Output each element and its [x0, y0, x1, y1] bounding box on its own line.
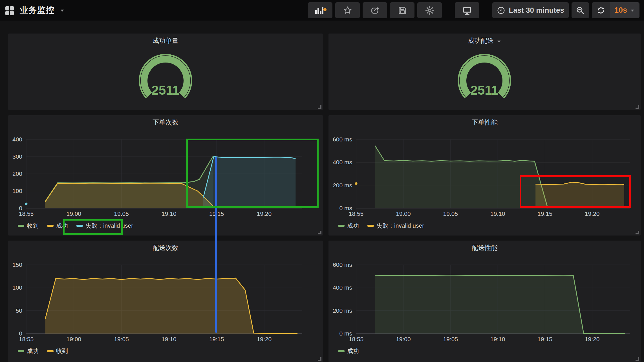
legend-swatch: [338, 225, 345, 227]
svg-text:0 ms: 0 ms: [339, 205, 352, 211]
panel-resize-handle[interactable]: [634, 356, 639, 361]
svg-text:400 ms: 400 ms: [333, 284, 352, 291]
svg-text:19:20: 19:20: [257, 210, 272, 217]
gauge-value: 2511: [151, 83, 180, 97]
chart-order-performance[interactable]: 18:5519:0019:0519:1019:1519:200 ms200 ms…: [328, 115, 641, 236]
save-button[interactable]: [390, 2, 414, 18]
star-button[interactable]: [335, 2, 360, 18]
zoom-out-icon: [576, 6, 585, 15]
save-icon: [398, 6, 407, 15]
panel-title-text: 配送次数: [153, 244, 178, 251]
svg-text:19:15: 19:15: [537, 210, 552, 217]
panel-success-delivery: 成功配送 2511: [328, 34, 641, 110]
svg-text:600 ms: 600 ms: [333, 261, 352, 268]
add-panel-icon: [314, 6, 327, 15]
legend-item[interactable]: 收到: [47, 347, 68, 355]
svg-text:19:10: 19:10: [490, 336, 505, 342]
legend-label: 成功: [347, 347, 359, 355]
share-button[interactable]: [363, 2, 387, 18]
panel-title-caret-icon: [497, 40, 501, 43]
dashboard-title-caret-icon[interactable]: [60, 9, 65, 12]
panel-title[interactable]: 配送性能: [328, 243, 641, 252]
share-icon: [370, 6, 380, 15]
refresh-group: 10s: [592, 2, 639, 18]
time-range-button[interactable]: Last 30 minutes: [492, 2, 569, 18]
svg-text:19:05: 19:05: [114, 336, 129, 342]
legend-item[interactable]: 成功: [338, 347, 359, 355]
clock-icon: [497, 6, 505, 15]
apps-grid-icon[interactable]: [5, 5, 15, 15]
svg-text:50: 50: [16, 307, 22, 314]
legend-label: 收到: [56, 347, 68, 355]
dashboard-title[interactable]: 业务监控: [20, 5, 55, 16]
chart-delivery-performance[interactable]: 18:5519:0019:0519:1019:1519:200 ms200 ms…: [328, 241, 641, 362]
svg-text:19:15: 19:15: [209, 210, 224, 217]
svg-text:18:55: 18:55: [349, 210, 364, 217]
svg-text:19:05: 19:05: [443, 336, 458, 342]
tv-mode-button[interactable]: [455, 2, 479, 18]
panel-success-orders: 成功单量 2511: [8, 34, 323, 110]
panel-resize-handle[interactable]: [317, 104, 322, 109]
svg-text:0 ms: 0 ms: [339, 330, 352, 337]
monitor-icon: [462, 6, 472, 15]
panel-resize-handle[interactable]: [634, 230, 639, 235]
navbar: 业务监控: [0, 0, 644, 21]
svg-text:0: 0: [19, 330, 22, 337]
panel-title[interactable]: 下单次数: [8, 118, 323, 127]
legend-item[interactable]: 成功: [18, 347, 39, 355]
svg-text:19:05: 19:05: [443, 210, 458, 217]
refresh-button[interactable]: [592, 2, 610, 18]
star-icon: [343, 6, 352, 15]
svg-text:19:20: 19:20: [585, 210, 600, 217]
legend-label: 失败：invalid user: [85, 222, 133, 230]
panel-resize-handle[interactable]: [317, 230, 322, 235]
gear-icon: [425, 5, 435, 15]
refresh-interval-button[interactable]: 10s: [610, 2, 639, 18]
legend-swatch: [47, 225, 54, 227]
svg-text:0: 0: [19, 205, 22, 211]
chart-delivery-count[interactable]: 18:5519:0019:0519:1019:1519:20050100150: [8, 241, 323, 362]
panel-order-performance: 18:5519:0019:0519:1019:1519:200 ms200 ms…: [328, 115, 641, 236]
legend-swatch: [18, 350, 24, 352]
svg-text:300: 300: [12, 153, 22, 160]
svg-text:19:00: 19:00: [67, 210, 81, 217]
svg-text:100: 100: [12, 188, 22, 194]
legend-item[interactable]: 成功: [47, 222, 68, 230]
svg-text:19:15: 19:15: [537, 336, 552, 342]
chart-legend: 成功收到: [18, 347, 68, 355]
add-panel-button[interactable]: [308, 2, 332, 18]
svg-text:19:20: 19:20: [585, 336, 600, 342]
svg-text:150: 150: [12, 261, 22, 268]
time-range-label: Last 30 minutes: [509, 6, 564, 15]
panel-title[interactable]: 配送次数: [8, 243, 323, 252]
chart-legend: 收到成功失败：invalid user: [18, 222, 133, 230]
gauge-success-delivery: 2511: [451, 54, 518, 113]
panel-delivery-count: 18:5519:0019:0519:1019:1519:20050100150 …: [8, 241, 323, 362]
svg-text:19:05: 19:05: [114, 210, 129, 217]
svg-text:18:55: 18:55: [19, 336, 34, 342]
gauge-success-orders: 2511: [132, 54, 199, 113]
gauge-value: 2511: [470, 83, 499, 97]
panel-title[interactable]: 成功单量: [8, 36, 323, 45]
legend-item[interactable]: 收到: [18, 222, 39, 230]
svg-text:200 ms: 200 ms: [333, 307, 352, 314]
legend-label: 成功: [347, 222, 359, 230]
refresh-interval-caret-icon: [630, 9, 635, 12]
legend-item[interactable]: 失败：invalid user: [367, 222, 424, 230]
settings-button[interactable]: [417, 2, 442, 18]
panel-resize-handle[interactable]: [317, 356, 322, 361]
panel-delivery-performance: 18:5519:0019:0519:1019:1519:200 ms200 ms…: [328, 241, 641, 362]
legend-item[interactable]: 失败：invalid user: [76, 222, 133, 230]
panel-title[interactable]: 下单性能: [328, 118, 641, 127]
legend-item[interactable]: 成功: [338, 222, 359, 230]
svg-text:200 ms: 200 ms: [333, 182, 352, 188]
panel-resize-handle[interactable]: [634, 104, 639, 109]
chart-order-count[interactable]: 18:5519:0019:0519:1019:1519:200100200300…: [8, 115, 323, 236]
svg-text:19:00: 19:00: [396, 336, 411, 342]
panel-title-text: 下单性能: [472, 119, 498, 126]
svg-text:400: 400: [12, 136, 22, 143]
panel-title-text: 配送性能: [472, 244, 498, 251]
panel-title[interactable]: 成功配送: [328, 36, 641, 45]
panel-title-text: 成功配送: [468, 37, 494, 44]
zoom-out-button[interactable]: [572, 2, 589, 18]
